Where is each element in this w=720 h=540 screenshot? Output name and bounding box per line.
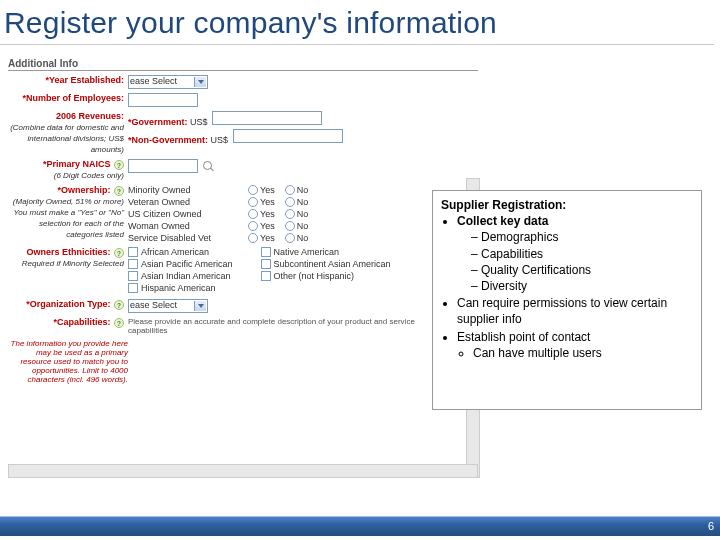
currency-prefix: US$ <box>190 117 208 127</box>
help-icon[interactable]: ? <box>114 318 124 328</box>
page-number: 6 <box>708 520 714 532</box>
ownership-yes-radio[interactable] <box>248 233 258 243</box>
ownership-no-radio[interactable] <box>285 221 295 231</box>
help-icon[interactable]: ? <box>114 248 124 258</box>
ownership-type: Service Disabled Vet <box>128 233 238 243</box>
ownership-no-radio[interactable] <box>285 233 295 243</box>
org-type-select[interactable]: ease Select <box>128 299 208 313</box>
help-icon[interactable]: ? <box>114 300 124 310</box>
ownership-type: Minority Owned <box>128 185 238 195</box>
ethnicity-checkbox[interactable] <box>128 259 138 269</box>
ethnicity-checkbox[interactable] <box>128 283 138 293</box>
ethnicity-checkbox[interactable] <box>128 247 138 257</box>
callout-s1: Demographics <box>481 230 558 244</box>
callout-s4: Diversity <box>481 279 527 293</box>
callout-s3: Quality Certifications <box>481 263 591 277</box>
label-ownership: *Ownership: ? (Majority Owned, 51% or mo… <box>8 185 128 240</box>
capabilities-desc: Please provide an accurate and complete … <box>128 317 428 335</box>
callout-b1: Collect key data <box>457 214 548 228</box>
label-naics: *Primary NAICS ? (6 Digit Codes only) <box>8 159 128 181</box>
num-employees-input[interactable] <box>128 93 198 107</box>
callout-b3: Establish point of contact <box>457 330 590 344</box>
section-header: Additional Info <box>8 58 478 71</box>
ethnicity-checkbox[interactable] <box>261 259 271 269</box>
gov-revenue-input[interactable] <box>212 111 322 125</box>
label-capabilities: *Capabilities: ? <box>8 317 128 328</box>
ethnicity-checkbox[interactable] <box>128 271 138 281</box>
callout-s2: Capabilities <box>481 247 543 261</box>
nongov-revenue-input[interactable] <box>233 129 343 143</box>
ethnicity-label: Native American <box>274 247 340 257</box>
ownership-no-radio[interactable] <box>285 209 295 219</box>
ownership-no-radio[interactable] <box>285 185 295 195</box>
naics-input[interactable] <box>128 159 198 173</box>
currency-prefix: US$ <box>211 135 229 145</box>
scrollbar-horizontal[interactable] <box>8 464 478 478</box>
ethnicity-label: Asian Indian American <box>141 271 231 281</box>
callout-box: Supplier Registration: Collect key data … <box>432 190 702 410</box>
label-ethnicities: Owners Ethnicities: ? Required if Minori… <box>8 247 128 269</box>
slide-title: Register your company's information <box>0 0 714 45</box>
chevron-down-icon <box>198 304 204 308</box>
ownership-yes-radio[interactable] <box>248 209 258 219</box>
ownership-type: Woman Owned <box>128 221 238 231</box>
ethnicity-checkbox[interactable] <box>261 271 271 281</box>
label-org-type: *Organization Type: ? <box>8 299 128 310</box>
callout-b2: Can require permissions to view certain … <box>457 295 693 327</box>
help-icon[interactable]: ? <box>114 160 124 170</box>
label-gov-revenue: *Government: <box>128 117 188 127</box>
help-icon[interactable]: ? <box>114 186 124 196</box>
ownership-yes-radio[interactable] <box>248 221 258 231</box>
label-revenues: 2006 Revenues: (Combine data for domesti… <box>8 111 128 155</box>
ethnicity-label: Subcontinent Asian American <box>274 259 391 269</box>
callout-heading: Supplier Registration: <box>441 198 566 212</box>
capabilities-note: The information you provide here may be … <box>8 339 128 384</box>
ownership-yes-radio[interactable] <box>248 197 258 207</box>
label-nongov-revenue: *Non-Government: <box>128 135 208 145</box>
footer-bar <box>0 516 720 536</box>
year-established-select[interactable]: ease Select <box>128 75 208 89</box>
ethnicity-label: Asian Pacific American <box>141 259 233 269</box>
form-screenshot: Additional Info *Year Established: ease … <box>8 58 478 478</box>
ethnicity-label: Hispanic American <box>141 283 216 293</box>
label-num-employees: *Number of Employees: <box>8 93 128 104</box>
chevron-down-icon <box>198 80 204 84</box>
ownership-type: Veteran Owned <box>128 197 238 207</box>
ethnicity-label: African American <box>141 247 209 257</box>
ethnicity-label: Other (not Hispanic) <box>274 271 355 281</box>
label-year-established: *Year Established: <box>8 75 128 86</box>
ownership-yes-radio[interactable] <box>248 185 258 195</box>
ownership-no-radio[interactable] <box>285 197 295 207</box>
callout-b3a: Can have multiple users <box>473 345 693 361</box>
search-icon[interactable] <box>203 161 215 173</box>
ownership-type: US Citizen Owned <box>128 209 238 219</box>
ethnicity-checkbox[interactable] <box>261 247 271 257</box>
